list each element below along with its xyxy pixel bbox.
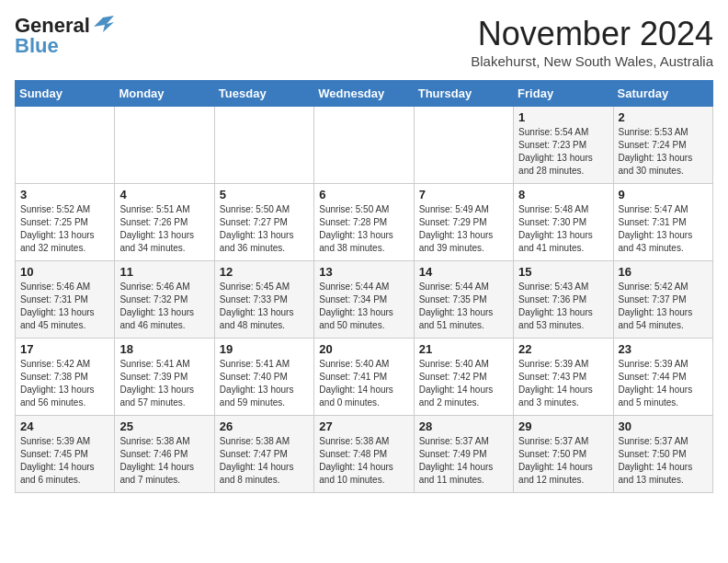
day-info: Sunrise: 5:42 AM Sunset: 7:37 PM Dayligh…: [619, 281, 708, 332]
day-number: 27: [319, 419, 408, 433]
day-info: Sunrise: 5:47 AM Sunset: 7:31 PM Dayligh…: [619, 203, 708, 255]
calendar-week-row: 1Sunrise: 5:54 AM Sunset: 7:23 PM Daylig…: [16, 107, 713, 184]
calendar-cell: [214, 107, 313, 184]
col-header-thursday: Thursday: [414, 81, 513, 107]
day-info: Sunrise: 5:43 AM Sunset: 7:36 PM Dayligh…: [518, 281, 608, 332]
day-number: 2: [619, 110, 708, 124]
day-info: Sunrise: 5:45 AM Sunset: 7:33 PM Dayligh…: [220, 281, 309, 332]
calendar-cell: 11Sunrise: 5:46 AM Sunset: 7:32 PM Dayli…: [115, 261, 214, 339]
day-number: 4: [119, 188, 209, 201]
col-header-saturday: Saturday: [613, 81, 712, 107]
calendar-cell: 21Sunrise: 5:40 AM Sunset: 7:42 PM Dayli…: [414, 339, 513, 416]
day-number: 25: [119, 419, 209, 433]
calendar-table: SundayMondayTuesdayWednesdayThursdayFrid…: [15, 80, 713, 493]
col-header-wednesday: Wednesday: [314, 81, 414, 107]
calendar-cell: [414, 107, 513, 184]
calendar-cell: [115, 107, 214, 184]
day-info: Sunrise: 5:40 AM Sunset: 7:42 PM Dayligh…: [419, 358, 508, 409]
day-number: 14: [419, 265, 508, 279]
calendar-cell: 20Sunrise: 5:40 AM Sunset: 7:41 PM Dayli…: [314, 339, 414, 416]
calendar-body: 1Sunrise: 5:54 AM Sunset: 7:23 PM Daylig…: [16, 107, 713, 493]
day-info: Sunrise: 5:44 AM Sunset: 7:35 PM Dayligh…: [419, 281, 508, 332]
location-subtitle: Blakehurst, New South Wales, Australia: [471, 53, 713, 69]
day-info: Sunrise: 5:40 AM Sunset: 7:41 PM Dayligh…: [319, 358, 408, 409]
day-number: 17: [20, 342, 109, 356]
svg-marker-0: [94, 16, 114, 32]
day-info: Sunrise: 5:48 AM Sunset: 7:30 PM Dayligh…: [518, 203, 608, 255]
calendar-cell: 29Sunrise: 5:37 AM Sunset: 7:50 PM Dayli…: [514, 416, 613, 493]
calendar-cell: 16Sunrise: 5:42 AM Sunset: 7:37 PM Dayli…: [613, 261, 712, 339]
day-number: 22: [518, 342, 608, 356]
day-info: Sunrise: 5:38 AM Sunset: 7:48 PM Dayligh…: [319, 435, 408, 487]
calendar-cell: 19Sunrise: 5:41 AM Sunset: 7:40 PM Dayli…: [214, 339, 313, 416]
day-info: Sunrise: 5:39 AM Sunset: 7:43 PM Dayligh…: [518, 358, 608, 409]
calendar-header-row: SundayMondayTuesdayWednesdayThursdayFrid…: [16, 81, 713, 107]
day-number: 9: [619, 188, 708, 201]
logo: General Blue: [15, 15, 114, 57]
day-info: Sunrise: 5:52 AM Sunset: 7:25 PM Dayligh…: [20, 203, 109, 255]
calendar-cell: 2Sunrise: 5:53 AM Sunset: 7:24 PM Daylig…: [613, 107, 712, 184]
calendar-cell: 17Sunrise: 5:42 AM Sunset: 7:38 PM Dayli…: [16, 339, 115, 416]
calendar-cell: 27Sunrise: 5:38 AM Sunset: 7:48 PM Dayli…: [314, 416, 414, 493]
logo-blue-text: Blue: [15, 35, 59, 57]
day-info: Sunrise: 5:51 AM Sunset: 7:26 PM Dayligh…: [119, 203, 209, 255]
day-info: Sunrise: 5:41 AM Sunset: 7:39 PM Dayligh…: [119, 358, 209, 409]
calendar-cell: 13Sunrise: 5:44 AM Sunset: 7:34 PM Dayli…: [314, 261, 414, 339]
calendar-cell: 10Sunrise: 5:46 AM Sunset: 7:31 PM Dayli…: [16, 261, 115, 339]
calendar-cell: [16, 107, 115, 184]
day-info: Sunrise: 5:53 AM Sunset: 7:24 PM Dayligh…: [619, 126, 708, 178]
calendar-cell: 5Sunrise: 5:50 AM Sunset: 7:27 PM Daylig…: [214, 184, 313, 261]
month-title: November 2024: [471, 15, 713, 53]
calendar-cell: 9Sunrise: 5:47 AM Sunset: 7:31 PM Daylig…: [613, 184, 712, 261]
col-header-friday: Friday: [514, 81, 613, 107]
day-info: Sunrise: 5:38 AM Sunset: 7:47 PM Dayligh…: [220, 435, 309, 487]
day-number: 16: [619, 265, 708, 279]
calendar-cell: 4Sunrise: 5:51 AM Sunset: 7:26 PM Daylig…: [115, 184, 214, 261]
calendar-week-row: 17Sunrise: 5:42 AM Sunset: 7:38 PM Dayli…: [16, 339, 713, 416]
day-info: Sunrise: 5:49 AM Sunset: 7:29 PM Dayligh…: [419, 203, 508, 255]
day-info: Sunrise: 5:46 AM Sunset: 7:32 PM Dayligh…: [119, 281, 209, 332]
calendar-cell: 14Sunrise: 5:44 AM Sunset: 7:35 PM Dayli…: [414, 261, 513, 339]
calendar-week-row: 10Sunrise: 5:46 AM Sunset: 7:31 PM Dayli…: [16, 261, 713, 339]
col-header-monday: Monday: [115, 81, 214, 107]
calendar-cell: 24Sunrise: 5:39 AM Sunset: 7:45 PM Dayli…: [16, 416, 115, 493]
calendar-cell: 26Sunrise: 5:38 AM Sunset: 7:47 PM Dayli…: [214, 416, 313, 493]
calendar-cell: 3Sunrise: 5:52 AM Sunset: 7:25 PM Daylig…: [16, 184, 115, 261]
day-number: 26: [220, 419, 309, 433]
calendar-week-row: 3Sunrise: 5:52 AM Sunset: 7:25 PM Daylig…: [16, 184, 713, 261]
day-info: Sunrise: 5:50 AM Sunset: 7:27 PM Dayligh…: [220, 203, 309, 255]
calendar-cell: 1Sunrise: 5:54 AM Sunset: 7:23 PM Daylig…: [514, 107, 613, 184]
day-number: 29: [518, 419, 608, 433]
day-number: 6: [319, 188, 408, 201]
day-info: Sunrise: 5:38 AM Sunset: 7:46 PM Dayligh…: [119, 435, 209, 487]
calendar-cell: 15Sunrise: 5:43 AM Sunset: 7:36 PM Dayli…: [514, 261, 613, 339]
calendar-cell: 6Sunrise: 5:50 AM Sunset: 7:28 PM Daylig…: [314, 184, 414, 261]
day-info: Sunrise: 5:37 AM Sunset: 7:50 PM Dayligh…: [518, 435, 608, 487]
day-info: Sunrise: 5:37 AM Sunset: 7:50 PM Dayligh…: [619, 435, 708, 487]
day-info: Sunrise: 5:50 AM Sunset: 7:28 PM Dayligh…: [319, 203, 408, 255]
day-info: Sunrise: 5:54 AM Sunset: 7:23 PM Dayligh…: [518, 126, 608, 178]
day-info: Sunrise: 5:39 AM Sunset: 7:45 PM Dayligh…: [20, 435, 109, 487]
day-number: 1: [518, 110, 608, 124]
title-area: November 2024 Blakehurst, New South Wale…: [471, 15, 713, 69]
col-header-sunday: Sunday: [16, 81, 115, 107]
day-number: 24: [20, 419, 109, 433]
day-number: 21: [419, 342, 508, 356]
calendar-cell: 23Sunrise: 5:39 AM Sunset: 7:44 PM Dayli…: [613, 339, 712, 416]
day-number: 15: [518, 265, 608, 279]
calendar-cell: [314, 107, 414, 184]
day-info: Sunrise: 5:42 AM Sunset: 7:38 PM Dayligh…: [20, 358, 109, 409]
day-info: Sunrise: 5:44 AM Sunset: 7:34 PM Dayligh…: [319, 281, 408, 332]
day-number: 13: [319, 265, 408, 279]
header: General Blue November 2024 Blakehurst, N…: [15, 15, 713, 69]
day-number: 18: [119, 342, 209, 356]
day-number: 8: [518, 188, 608, 201]
day-number: 30: [619, 419, 708, 433]
day-number: 19: [220, 342, 309, 356]
col-header-tuesday: Tuesday: [214, 81, 313, 107]
calendar-cell: 7Sunrise: 5:49 AM Sunset: 7:29 PM Daylig…: [414, 184, 513, 261]
day-number: 3: [20, 188, 109, 201]
calendar-cell: 30Sunrise: 5:37 AM Sunset: 7:50 PM Dayli…: [613, 416, 712, 493]
day-number: 23: [619, 342, 708, 356]
day-number: 11: [119, 265, 209, 279]
